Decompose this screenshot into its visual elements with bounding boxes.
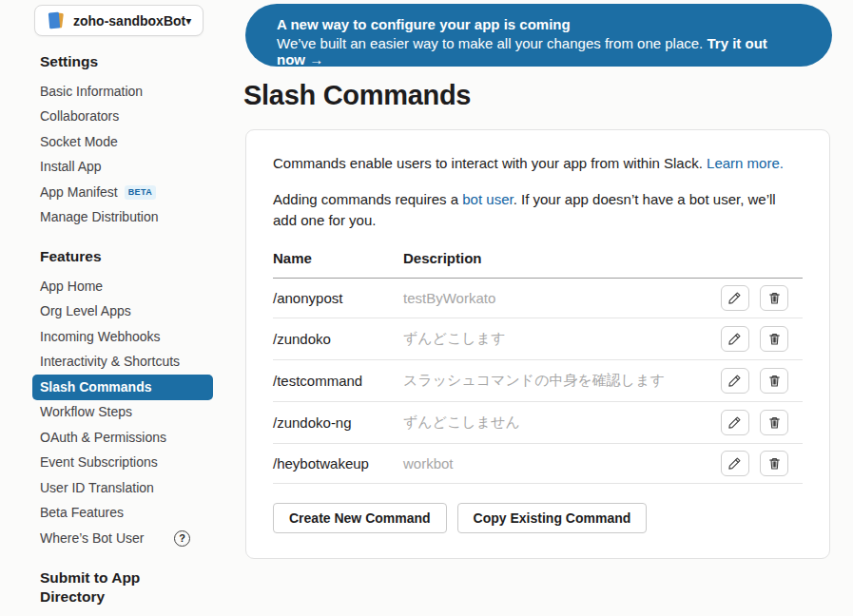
- page-title: Slash Commands: [243, 80, 471, 111]
- table-row: /zundoko ずんどこします: [273, 318, 803, 360]
- sidebar-item-app-manifest[interactable]: App ManifestBETA: [32, 180, 213, 205]
- command-name: /zundoko-ng: [273, 402, 403, 444]
- sidebar-item-beta-features[interactable]: Beta Features: [32, 501, 213, 527]
- delete-command-button[interactable]: [760, 410, 788, 435]
- bot-user-link[interactable]: bot user: [462, 191, 513, 207]
- delete-command-button[interactable]: [760, 326, 788, 352]
- pencil-icon: [727, 415, 742, 430]
- pencil-icon: [727, 374, 742, 388]
- sidebar-item-slash-commands[interactable]: Slash Commands: [32, 375, 213, 400]
- app-icon: [47, 10, 66, 31]
- sidebar-heading-features: Features: [40, 247, 213, 266]
- sidebar-item-label: Manage Distribution: [40, 209, 159, 226]
- sidebar-item-label: Workflow Steps: [40, 404, 132, 421]
- sidebar-item-label: Beta Features: [40, 505, 124, 522]
- edit-command-button[interactable]: [721, 451, 749, 476]
- delete-command-button[interactable]: [760, 451, 788, 476]
- trash-icon: [767, 456, 782, 471]
- banner-subtitle-text: We’ve built an easier way to make all yo…: [277, 35, 703, 51]
- arrow-right-icon: →: [309, 51, 323, 67]
- command-actions: [721, 279, 803, 318]
- create-new-command-button[interactable]: Create New Command: [273, 503, 447, 533]
- trash-icon: [767, 415, 782, 430]
- sidebar-item-label: App Home: [40, 279, 103, 296]
- sidebar-item-label: Basic Information: [40, 84, 143, 101]
- app-name: zoho-sandboxBot: [73, 13, 185, 29]
- command-description: testByWorkato: [403, 279, 721, 318]
- sidebar-item-basic-information[interactable]: Basic Information: [32, 79, 213, 105]
- sidebar-item-label: User ID Translation: [40, 480, 154, 497]
- learn-more-link[interactable]: Learn more.: [707, 155, 784, 171]
- sidebar-item-interactivity-shortcuts[interactable]: Interactivity & Shortcuts: [32, 350, 213, 375]
- sidebar: SettingsBasic InformationCollaboratorsSo…: [40, 52, 213, 616]
- pencil-icon: [727, 456, 742, 471]
- edit-command-button[interactable]: [721, 368, 749, 394]
- sidebar-item-manage-distribution[interactable]: Manage Distribution: [32, 205, 213, 231]
- command-name: /testcommand: [273, 360, 403, 402]
- trash-icon: [767, 374, 782, 388]
- delete-command-button[interactable]: [760, 285, 788, 311]
- column-header-description: Description: [403, 250, 721, 279]
- sidebar-item-org-level-apps[interactable]: Org Level Apps: [32, 299, 213, 325]
- edit-command-button[interactable]: [721, 410, 749, 435]
- sidebar-item-oauth-permissions[interactable]: OAuth & Permissions: [32, 425, 213, 451]
- sidebar-item-socket-mode[interactable]: Socket Mode: [32, 129, 213, 155]
- intro-text: Commands enable users to interact with y…: [273, 155, 703, 171]
- edit-command-button[interactable]: [721, 326, 749, 352]
- beta-badge: BETA: [125, 185, 156, 200]
- commands-table: Name Description /anonypost testByWorkat…: [273, 250, 803, 484]
- command-actions: [721, 360, 803, 402]
- sidebar-item-incoming-webhooks[interactable]: Incoming Webhooks: [32, 324, 213, 350]
- sidebar-item-user-id-translation[interactable]: User ID Translation: [32, 475, 213, 501]
- sidebar-item-install-app[interactable]: Install App: [32, 155, 213, 181]
- card-actions: Create New CommandCopy Existing Command: [273, 503, 803, 533]
- pencil-icon: [727, 332, 742, 346]
- command-name: /anonypost: [273, 279, 403, 318]
- command-description: ずんどこしません: [403, 402, 721, 444]
- sidebar-item-label: Event Subscriptions: [40, 454, 158, 472]
- command-description: スラッシュコマンドの中身を確認します: [403, 360, 721, 402]
- bot-user-pre: Adding commands requires a: [273, 191, 462, 207]
- command-actions: [721, 402, 803, 444]
- edit-command-button[interactable]: [721, 285, 749, 311]
- sidebar-item-label: Install App: [40, 159, 102, 176]
- command-description: ずんどこします: [403, 318, 721, 360]
- command-actions: [721, 444, 803, 484]
- table-header-row: Name Description: [273, 250, 803, 279]
- command-name: /heybotwakeup: [273, 444, 403, 484]
- table-row: /anonypost testByWorkato: [273, 279, 803, 318]
- sidebar-item-label: Incoming Webhooks: [40, 329, 161, 346]
- column-header-actions: [721, 250, 803, 279]
- delete-command-button[interactable]: [760, 368, 788, 394]
- sidebar-heading-submit-to-app-directory: Submit to App Directory: [40, 568, 156, 606]
- slash-commands-card: Commands enable users to interact with y…: [245, 129, 830, 559]
- sidebar-item-label: Slash Commands: [40, 379, 151, 396]
- table-row: /zundoko-ng ずんどこしません: [273, 402, 803, 444]
- column-header-name: Name: [273, 250, 403, 279]
- chevron-down-icon: ▾: [185, 15, 191, 27]
- sidebar-item-workflow-steps[interactable]: Workflow Steps: [32, 400, 213, 426]
- trash-icon: [767, 332, 782, 346]
- table-row: /heybotwakeup workbot: [273, 444, 803, 484]
- bot-user-paragraph: Adding commands requires a bot user. If …: [273, 189, 803, 231]
- sidebar-item-where-s-bot-user[interactable]: Where’s Bot User?: [32, 526, 213, 551]
- sidebar-item-label: App Manifest: [40, 184, 118, 202]
- sidebar-item-label: Where’s Bot User: [40, 530, 144, 548]
- sidebar-item-collaborators[interactable]: Collaborators: [32, 105, 213, 130]
- sidebar-item-label: Org Level Apps: [40, 303, 131, 320]
- pencil-icon: [727, 291, 742, 305]
- banner-subtitle: We’ve built an easier way to make all yo…: [277, 35, 794, 67]
- command-description: workbot: [403, 444, 721, 484]
- banner-title: A new way to configure your app is comin…: [277, 16, 794, 32]
- copy-existing-command-button[interactable]: Copy Existing Command: [457, 503, 648, 533]
- app-selector[interactable]: zoho-sandboxBot ▾: [34, 5, 204, 36]
- table-row: /testcommand スラッシュコマンドの中身を確認します: [273, 360, 803, 402]
- command-name: /zundoko: [273, 318, 403, 360]
- command-actions: [721, 318, 803, 360]
- help-icon[interactable]: ?: [174, 530, 190, 547]
- sidebar-item-label: Collaborators: [40, 108, 119, 125]
- sidebar-item-event-subscriptions[interactable]: Event Subscriptions: [32, 451, 213, 476]
- trash-icon: [767, 291, 782, 305]
- intro-paragraph: Commands enable users to interact with y…: [273, 153, 803, 174]
- sidebar-item-app-home[interactable]: App Home: [32, 274, 213, 299]
